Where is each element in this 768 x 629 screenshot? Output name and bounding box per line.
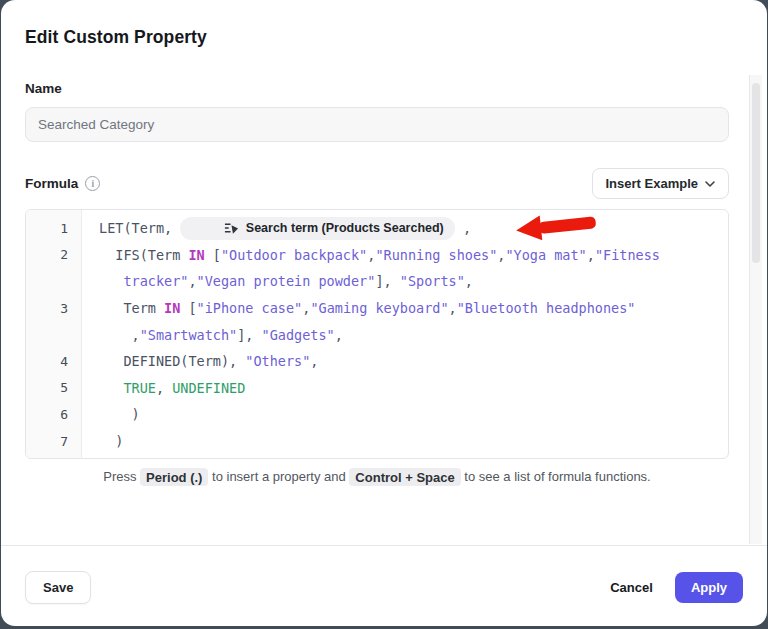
modal-footer: Save Cancel Apply [25,571,743,604]
code-line: 4 DEFINED(Term), "Others", [26,348,728,375]
help-text-fragment: to see a list of formula functions. [461,469,651,484]
cancel-button[interactable]: Cancel [610,580,653,595]
property-token[interactable]: Search term (Products Searched) [180,217,455,240]
insert-example-button[interactable]: Insert Example [592,168,730,199]
keyboard-shortcut-chip: Period (.) [140,468,208,486]
code-line: 7 ) [26,428,728,455]
help-text-fragment: Press [103,469,140,484]
code-line: 6 ) [26,401,728,428]
formula-help-text: Press Period (.) to insert a property an… [25,469,729,484]
property-token-icon [191,221,239,235]
formula-editor-rows: 1LET(Term, Search term (Products Searche… [26,210,728,459]
apply-button[interactable]: Apply [675,572,743,603]
code-line: tracker","Vegan protein powder"], "Sport… [26,268,728,295]
info-circle-icon[interactable]: i [85,176,100,191]
line-number: 5 [26,380,82,395]
page-title: Edit Custom Property [1,0,767,48]
line-number: 7 [26,434,82,449]
line-number: 1 [26,221,82,236]
property-token-label: Search term (Products Searched) [246,221,444,235]
name-label: Name [25,81,727,96]
edit-custom-property-modal: Edit Custom Property Name Formula i Inse… [1,0,767,626]
help-text-fragment: to insert a property and [208,469,349,484]
line-number: 2 [26,247,82,262]
line-number: 6 [26,407,82,422]
insert-example-label: Insert Example [606,176,699,191]
code-line: 1LET(Term, Search term (Products Searche… [26,215,728,242]
code-line: ,"Smartwatch"], "Gadgets", [26,321,728,348]
line-number: 4 [26,354,82,369]
formula-label: Formula [25,176,78,191]
scrollbar-track[interactable] [749,75,762,544]
scrollbar-thumb[interactable] [752,83,760,263]
code-line: 3 Term IN ["iPhone case","Gaming keyboar… [26,295,728,322]
save-button[interactable]: Save [25,571,91,604]
footer-divider [1,545,767,546]
line-number: 3 [26,301,82,316]
formula-editor[interactable]: 1LET(Term, Search term (Products Searche… [25,209,729,459]
code-line: 5 TRUE, UNDEFINED [26,375,728,402]
name-input[interactable] [25,107,729,142]
code-line: 2 IFS(Term IN ["Outdoor backpack","Runni… [26,242,728,269]
chevron-down-icon [705,181,715,187]
keyboard-shortcut-chip: Control + Space [349,468,460,486]
